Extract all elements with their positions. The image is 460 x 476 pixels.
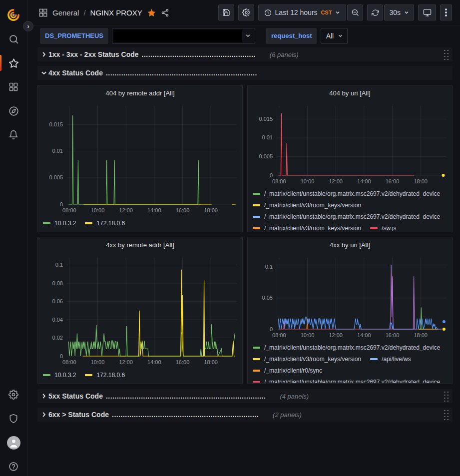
- panel-title[interactable]: 4xx by uri [All]: [252, 240, 448, 252]
- legend-item[interactable]: 172.18.0.6: [85, 372, 125, 379]
- row-title-dots: ........................................…: [106, 392, 266, 400]
- legend-item[interactable]: /_matrix/client/r0/sync: [253, 367, 322, 374]
- legend-series-label: /_matrix/client/v3/room_keys/version: [264, 356, 361, 363]
- panel-legend: 10.0.3.2172.18.0.6: [42, 217, 238, 230]
- svg-text:0: 0: [60, 201, 63, 207]
- svg-text:16:00: 16:00: [386, 332, 400, 338]
- svg-text:0.015: 0.015: [49, 121, 63, 127]
- more-options-kebab-button[interactable]: [440, 4, 452, 20]
- share-icon[interactable]: [161, 8, 169, 17]
- panel-chart[interactable]: 00.0050.010.01508:0010:0012:0014:0016:00…: [252, 100, 448, 188]
- variable-selected-value: All: [321, 32, 336, 40]
- server-admin-shield-icon[interactable]: [0, 410, 27, 427]
- dashboard-title[interactable]: NGINX PROXY: [90, 8, 142, 17]
- refresh-button[interactable]: [367, 4, 383, 20]
- row-drag-handle[interactable]: [443, 49, 450, 60]
- panel-title[interactable]: 404 by uri [All]: [252, 88, 448, 100]
- dashboard-settings-button[interactable]: [238, 4, 254, 20]
- dashboard-canvas: 1xx - 3xx - 2xx Status Code ............…: [27, 46, 460, 476]
- svg-text:12:00: 12:00: [119, 207, 133, 213]
- top-navigation-bar: General / NGINX PROXY: [27, 0, 460, 25]
- save-dashboard-button[interactable]: [218, 4, 234, 20]
- variable-label-request-host[interactable]: request_host: [266, 28, 317, 44]
- legend-row: /_matrix/client/v3/room_keys/version/sw.…: [253, 223, 448, 231]
- legend-item[interactable]: 172.18.0.6: [85, 220, 125, 227]
- svg-text:18:00: 18:00: [414, 178, 428, 184]
- time-series-chart[interactable]: 00.0050.010.01508:0010:0012:0014:0016:00…: [252, 100, 449, 186]
- timezone-badge: CST: [321, 9, 332, 15]
- variable-value-request-host[interactable]: All: [321, 28, 348, 44]
- legend-item[interactable]: /_matrix/client/unstable/org.matrix.msc2…: [253, 190, 440, 197]
- toolbar-actions: Last 12 hours CST: [218, 4, 452, 20]
- breadcrumb-section[interactable]: General: [52, 8, 79, 17]
- legend-item[interactable]: /api/live/ws: [370, 356, 411, 363]
- row-header-5xx[interactable]: 5xx Status Code ........................…: [37, 389, 453, 403]
- time-series-chart[interactable]: 00.0050.010.01508:0010:0012:0014:0016:00…: [42, 100, 239, 215]
- dashboards-icon[interactable]: [0, 78, 27, 95]
- variable-label-ds-prometheus[interactable]: DS_PROMETHEUS: [40, 28, 108, 44]
- alerting-bell-icon[interactable]: [0, 126, 27, 143]
- row-title: 4xx Status Code: [48, 69, 103, 77]
- chevron-down-icon: [335, 10, 340, 15]
- row-drag-handle[interactable]: [443, 409, 450, 420]
- panel-title[interactable]: 4xx by remote addr [All]: [42, 240, 238, 252]
- row-drag-handle[interactable]: [443, 391, 450, 402]
- legend-row: /_matrix/client/unstable/org.matrix.msc2…: [253, 377, 448, 383]
- legend-item[interactable]: 10.0.3.2: [43, 220, 76, 227]
- main-area: General / NGINX PROXY: [27, 0, 460, 476]
- svg-text:16:00: 16:00: [176, 359, 190, 365]
- legend-item[interactable]: /_matrix/client/unstable/org.matrix.msc2…: [253, 344, 440, 351]
- legend-series-label: /_matrix/client/unstable/org.matrix.msc2…: [264, 190, 440, 197]
- explore-compass-icon[interactable]: [0, 102, 27, 119]
- legend-item[interactable]: /_matrix/client/unstable/org.matrix.msc2…: [253, 379, 440, 383]
- legend-item[interactable]: 10.0.3.2: [43, 372, 76, 379]
- row-header-6xx[interactable]: 6xx > Status Code ......................…: [37, 408, 453, 422]
- refresh-interval-picker[interactable]: 30s: [384, 4, 414, 20]
- panel-legend: /_matrix/client/unstable/org.matrix.msc2…: [252, 188, 448, 231]
- svg-text:10:00: 10:00: [301, 178, 315, 184]
- breadcrumb: General / NGINX PROXY: [38, 8, 169, 17]
- user-avatar[interactable]: [0, 434, 27, 451]
- legend-row: /_matrix/client/v3/room_keys/version/api…: [253, 354, 448, 365]
- legend-item[interactable]: /_matrix/client/unstable/org.matrix.msc2…: [253, 213, 440, 220]
- row-header-4xx[interactable]: 4xx Status Code ........................…: [37, 66, 453, 80]
- tv-mode-button[interactable]: [418, 4, 436, 20]
- zoom-out-time-button[interactable]: [347, 4, 363, 20]
- svg-text:0.005: 0.005: [259, 153, 273, 159]
- legend-series-label: /_matrix/client/unstable/org.matrix.msc2…: [264, 213, 440, 220]
- legend-series-label: /_matrix/client/v3/room_keys/version: [264, 225, 361, 231]
- svg-text:14:00: 14:00: [147, 359, 161, 365]
- configuration-gear-icon[interactable]: [0, 386, 27, 403]
- svg-text:14:00: 14:00: [357, 178, 371, 184]
- panel-404-by-uri: 404 by uri [All] 00.0050.010.01508:0010:…: [247, 85, 453, 232]
- legend-item[interactable]: /sw.js: [370, 225, 396, 231]
- panel-chart[interactable]: 00.050.108:0010:0012:0014:0016:0018:00: [252, 252, 448, 342]
- time-series-chart[interactable]: 00.050.108:0010:0012:0014:0016:0018:00: [252, 252, 449, 340]
- favorite-star-icon[interactable]: [147, 8, 156, 17]
- legend-series-swatch: [253, 204, 260, 206]
- grafana-logo[interactable]: [0, 6, 27, 23]
- panel-legend: /_matrix/client/unstable/org.matrix.msc2…: [252, 342, 448, 383]
- search-icon[interactable]: [0, 30, 27, 47]
- legend-item[interactable]: /_matrix/client/v3/room_keys/version: [253, 356, 361, 363]
- svg-text:14:00: 14:00: [147, 207, 161, 213]
- panel-title[interactable]: 404 by remote addr [All]: [42, 88, 238, 100]
- panel-chart[interactable]: 00.020.040.060.080.108:0010:0012:0014:00…: [42, 252, 238, 369]
- variables-bar: DS_PROMETHEUS request_host All: [27, 25, 460, 46]
- help-icon[interactable]: [0, 458, 27, 475]
- chevron-down-icon: [404, 10, 409, 15]
- row-title: 6xx > Status Code: [48, 411, 109, 419]
- variable-value-ds-prometheus[interactable]: [112, 28, 255, 44]
- time-range-label: Last 12 hours: [275, 8, 318, 16]
- legend-series-label: /_matrix/client/v3/room_keys/version: [264, 202, 361, 209]
- panel-chart[interactable]: 00.0050.010.01508:0010:0012:0014:0016:00…: [42, 100, 238, 217]
- time-range-picker[interactable]: Last 12 hours CST: [258, 4, 347, 20]
- legend-series-swatch: [253, 193, 260, 195]
- legend-item[interactable]: /_matrix/client/v3/room_keys/version: [253, 225, 361, 231]
- legend-series-label: /_matrix/client/r0/sync: [264, 367, 322, 374]
- time-series-chart[interactable]: 00.020.040.060.080.108:0010:0012:0014:00…: [42, 252, 239, 367]
- row-header-1xx-3xx-2xx[interactable]: 1xx - 3xx - 2xx Status Code ............…: [37, 47, 453, 61]
- sidebar-expand-button[interactable]: ›: [23, 21, 33, 31]
- legend-item[interactable]: /_matrix/client/v3/room_keys/version: [253, 202, 361, 209]
- sidebar-item-starred[interactable]: [0, 54, 27, 71]
